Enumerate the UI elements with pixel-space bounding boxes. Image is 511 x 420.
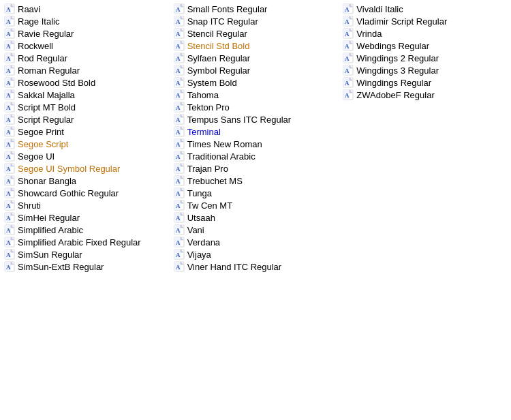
- font-list-item[interactable]: A Simplified Arabic Fixed Regular: [1, 236, 171, 248]
- svg-text:A: A: [176, 252, 181, 258]
- svg-text:A: A: [6, 141, 11, 148]
- font-list-item[interactable]: A Rod Regular: [1, 52, 171, 64]
- font-list-item[interactable]: A Rosewood Std Bold: [1, 76, 171, 89]
- svg-text:A: A: [6, 55, 11, 62]
- font-type-icon: A: [174, 40, 185, 51]
- font-list-item[interactable]: A Vijaya: [171, 248, 341, 260]
- font-list-item[interactable]: A Wingdings Regular: [340, 76, 510, 89]
- font-list-item[interactable]: A Tahoma: [171, 89, 341, 101]
- font-type-icon: A: [4, 3, 15, 14]
- svg-text:A: A: [6, 6, 11, 13]
- font-list-item[interactable]: A Shruti: [1, 199, 171, 211]
- svg-text:A: A: [176, 6, 181, 13]
- font-list-item[interactable]: A Segoe UI Symbol Regular: [1, 162, 171, 175]
- font-item-label: Snap ITC Regular: [187, 16, 258, 27]
- font-list-item[interactable]: A Viner Hand ITC Regular: [171, 260, 341, 273]
- font-item-label: Vijaya: [187, 250, 211, 260]
- svg-text:A: A: [6, 104, 11, 111]
- font-list-item[interactable]: A Symbol Regular: [171, 64, 341, 76]
- font-item-label: Script MT Bold: [18, 102, 76, 112]
- font-item-label: Wingdings 2 Regular: [356, 53, 439, 63]
- font-item-label: Ravie Regular: [18, 29, 74, 39]
- svg-text:A: A: [6, 68, 11, 74]
- svg-text:A: A: [176, 190, 181, 197]
- font-list-item[interactable]: A Traditional Arabic: [171, 150, 341, 162]
- font-list-item[interactable]: A Roman Regular: [1, 64, 171, 76]
- font-item-label: Script Regular: [18, 115, 74, 125]
- font-item-label: Vrinda: [356, 29, 382, 39]
- font-list-item[interactable]: A Wingdings 3 Regular: [340, 64, 510, 76]
- font-list-item[interactable]: A Stencil Regular: [171, 27, 341, 40]
- svg-text:A: A: [6, 129, 11, 136]
- font-type-icon: A: [4, 40, 15, 51]
- font-list-item[interactable]: A Segoe Print: [1, 125, 171, 138]
- font-list-item[interactable]: A Wingdings 2 Regular: [340, 52, 510, 64]
- font-list-item[interactable]: A SimHei Regular: [1, 211, 171, 224]
- font-list-item[interactable]: A Rockwell: [1, 40, 171, 52]
- font-list-item[interactable]: A Verdana: [171, 236, 341, 248]
- font-item-label: Tunga: [187, 188, 212, 198]
- font-type-icon: A: [174, 200, 185, 211]
- font-item-label: Tekton Pro: [187, 102, 230, 112]
- font-item-label: Trebuchet MS: [187, 176, 243, 186]
- font-list-item[interactable]: A Tempus Sans ITC Regular: [171, 113, 341, 125]
- font-list-item[interactable]: A Trajan Pro: [171, 162, 341, 175]
- font-list-item[interactable]: A Rage Italic: [1, 15, 171, 27]
- font-type-icon: A: [174, 3, 185, 14]
- svg-text:A: A: [345, 31, 350, 38]
- font-list-item[interactable]: A Times New Roman: [171, 138, 341, 150]
- font-list-item[interactable]: A ZWAdobeF Regular: [340, 89, 510, 101]
- svg-text:A: A: [6, 252, 11, 258]
- font-type-icon: A: [343, 28, 354, 39]
- font-type-icon: A: [4, 77, 15, 88]
- font-list-item[interactable]: A Shonar Bangla: [1, 175, 171, 187]
- font-list-item[interactable]: A Showcard Gothic Regular: [1, 187, 171, 199]
- svg-text:A: A: [176, 68, 181, 74]
- font-list-item[interactable]: A Tunga: [171, 187, 341, 199]
- font-list-item[interactable]: A Simplified Arabic: [1, 224, 171, 236]
- font-list-item[interactable]: A Script Regular: [1, 113, 171, 125]
- font-list-item[interactable]: A Sakkal Majalla: [1, 89, 171, 101]
- font-list-item[interactable]: A Tekton Pro: [171, 101, 341, 113]
- svg-text:A: A: [176, 166, 181, 172]
- font-list-item[interactable]: A Vrinda: [340, 27, 510, 40]
- font-list-item[interactable]: A Ravie Regular: [1, 27, 171, 40]
- font-type-icon: A: [174, 138, 185, 149]
- svg-text:A: A: [6, 43, 11, 50]
- font-list-item[interactable]: A Raavi: [1, 3, 171, 15]
- font-list-item[interactable]: A Sylfaen Regular: [171, 52, 341, 64]
- font-list-item[interactable]: A System Bold: [171, 76, 341, 89]
- font-list-item[interactable]: A SimSun Regular: [1, 248, 171, 260]
- font-list-item[interactable]: A Vivaldi Italic: [340, 3, 510, 15]
- font-type-icon: A: [4, 52, 15, 63]
- font-type-icon: A: [4, 163, 15, 174]
- font-list-item[interactable]: A Webdings Regular: [340, 40, 510, 52]
- font-item-label: Segoe Print: [18, 127, 64, 137]
- font-item-label: Vivaldi Italic: [356, 4, 403, 14]
- font-type-icon: A: [174, 77, 185, 88]
- font-item-label: Vani: [187, 225, 204, 235]
- font-list-item[interactable]: A Tw Cen MT: [171, 199, 341, 211]
- font-type-icon: A: [4, 65, 15, 76]
- font-list-item[interactable]: A Vladimir Script Regular: [340, 15, 510, 27]
- font-list-item[interactable]: A Vani: [171, 224, 341, 236]
- font-list-item[interactable]: A Script MT Bold: [1, 101, 171, 113]
- font-item-label: Times New Roman: [187, 139, 262, 149]
- font-item-label: Simplified Arabic: [18, 225, 83, 235]
- font-type-icon: A: [4, 102, 15, 112]
- font-list-item[interactable]: A Segoe UI: [1, 150, 171, 162]
- font-type-icon: A: [174, 126, 185, 137]
- font-list-item[interactable]: A Trebuchet MS: [171, 175, 341, 187]
- font-list-item[interactable]: A Stencil Std Bold: [171, 40, 341, 52]
- font-list-item[interactable]: A SimSun-ExtB Regular: [1, 260, 171, 273]
- font-type-icon: A: [4, 126, 15, 137]
- font-list-item[interactable]: A Segoe Script: [1, 138, 171, 150]
- font-list-item[interactable]: A Utsaah: [171, 211, 341, 224]
- svg-text:A: A: [176, 117, 181, 123]
- font-item-label: Rockwell: [18, 41, 53, 51]
- font-list-item[interactable]: A Small Fonts Regular: [171, 3, 341, 15]
- svg-text:A: A: [6, 18, 11, 25]
- font-item-label: Symbol Regular: [187, 65, 251, 76]
- font-list-item[interactable]: A Snap ITC Regular: [171, 15, 341, 27]
- font-list-item[interactable]: A Terminal: [171, 125, 341, 138]
